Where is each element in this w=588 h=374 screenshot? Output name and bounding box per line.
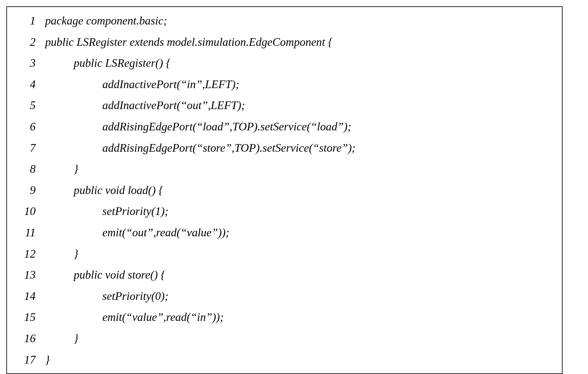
line-number: 3 — [10, 52, 45, 74]
code-text: } — [45, 243, 556, 265]
line-number: 7 — [10, 137, 45, 159]
code-line: 2 public LSRegister extends model.simula… — [10, 31, 556, 53]
code-line: 1 package component.basic; — [10, 10, 556, 31]
code-text: } — [45, 328, 556, 349]
line-number: 5 — [10, 95, 45, 116]
code-text: emit(“out”,read(“value”)); — [45, 222, 556, 243]
code-text: package component.basic; — [45, 10, 556, 31]
line-number: 6 — [10, 116, 45, 137]
code-line: 11 emit(“out”,read(“value”)); — [10, 222, 556, 243]
code-text: public void load() { — [45, 180, 556, 201]
code-text: setPriority(0); — [45, 286, 556, 307]
line-number: 8 — [10, 158, 45, 180]
code-line: 7 addRisingEdgePort(“store”,TOP).setServ… — [10, 137, 556, 159]
code-text: } — [45, 349, 556, 371]
code-line: 3 public LSRegister() { — [10, 52, 556, 74]
line-number: 15 — [10, 307, 45, 328]
line-number: 14 — [10, 286, 45, 307]
code-text: addRisingEdgePort(“load”,TOP).setService… — [45, 116, 556, 137]
code-text: public LSRegister() { — [45, 52, 556, 74]
code-line: 15 emit(“value”,read(“in”)); — [10, 307, 556, 328]
line-number: 4 — [10, 74, 45, 95]
code-line: 5 addInactivePort(“out”,LEFT); — [10, 95, 556, 116]
line-number: 13 — [10, 264, 45, 286]
code-text: addInactivePort(“out”,LEFT); — [45, 95, 556, 116]
line-number: 11 — [10, 222, 45, 243]
code-line: 17 } — [10, 349, 556, 371]
code-line: 9 public void load() { — [10, 180, 556, 201]
code-text: addRisingEdgePort(“store”,TOP).setServic… — [45, 137, 556, 159]
code-line: 8 } — [10, 158, 556, 180]
code-line: 6 addRisingEdgePort(“load”,TOP).setServi… — [10, 116, 556, 137]
code-text: public void store() { — [45, 264, 556, 286]
line-number: 10 — [10, 201, 45, 222]
line-number: 2 — [10, 31, 45, 53]
code-line: 10 setPriority(1); — [10, 201, 556, 222]
code-listing-box: 1 package component.basic; 2 public LSRe… — [6, 6, 563, 374]
line-number: 17 — [10, 349, 45, 371]
code-text: } — [45, 158, 556, 180]
code-text: public LSRegister extends model.simulati… — [45, 31, 556, 53]
code-text: setPriority(1); — [45, 201, 556, 222]
line-number: 16 — [10, 328, 45, 349]
line-number: 1 — [10, 10, 45, 31]
code-line: 12 } — [10, 243, 556, 265]
code-line: 13 public void store() { — [10, 264, 556, 286]
line-number: 9 — [10, 180, 45, 201]
code-text: emit(“value”,read(“in”)); — [45, 307, 556, 328]
line-number: 12 — [10, 243, 45, 265]
code-text: addInactivePort(“in”,LEFT); — [45, 74, 556, 95]
code-line: 16 } — [10, 328, 556, 349]
code-line: 14 setPriority(0); — [10, 286, 556, 307]
code-line: 4 addInactivePort(“in”,LEFT); — [10, 74, 556, 95]
